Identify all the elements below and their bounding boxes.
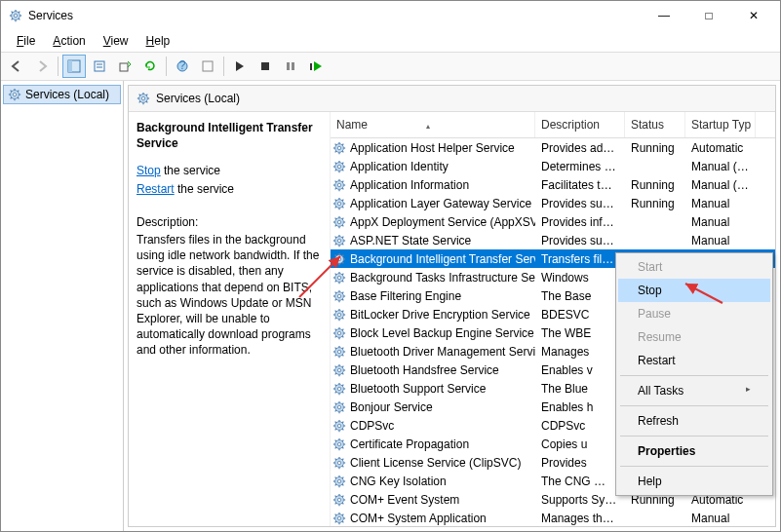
gear-icon (332, 197, 346, 210)
gear-icon (332, 363, 346, 377)
svg-rect-21 (292, 62, 294, 70)
column-description[interactable]: Description (535, 112, 625, 137)
service-row[interactable]: Application Host Helper ServiceProvides … (331, 138, 775, 157)
menu-action[interactable]: Action (45, 32, 93, 50)
refresh-button[interactable] (138, 55, 162, 78)
description-label: Description: (137, 214, 320, 230)
service-startup: Automatic (685, 141, 756, 155)
service-name: Application Identity (350, 160, 449, 173)
service-desc: The Blue (535, 382, 625, 396)
service-desc: Manages th… (535, 512, 625, 525)
forward-button[interactable] (30, 55, 54, 78)
gear-icon (332, 141, 346, 155)
svg-text:?: ? (179, 59, 186, 72)
service-desc: Provides inf… (535, 215, 625, 229)
service-name: Application Information (350, 178, 469, 192)
gear-icon (332, 234, 346, 247)
ctx-restart[interactable]: Restart (618, 349, 770, 372)
ctx-refresh[interactable]: Refresh (618, 409, 770, 433)
service-name: CDPSvc (350, 419, 394, 433)
service-name: Bonjour Service (350, 400, 433, 414)
context-menu: Start Stop Pause Resume Restart All Task… (615, 252, 773, 496)
tree-pane: Services (Local) (1, 81, 124, 531)
gear-icon (332, 326, 346, 340)
service-desc: Provides (535, 456, 625, 470)
stop-button[interactable] (254, 55, 277, 78)
menu-view[interactable]: View (96, 32, 137, 50)
service-desc: The WBE (535, 326, 625, 340)
service-name: Application Layer Gateway Service (350, 197, 531, 210)
service-name: Background Tasks Infrastructure Service (350, 271, 535, 285)
ctx-stop[interactable]: Stop (618, 279, 770, 302)
ctx-all-tasks[interactable]: All Tasks (618, 379, 770, 402)
app-icon (9, 9, 22, 22)
list-header: Name Description Status Startup Typ (331, 112, 775, 138)
service-desc: BDESVC (535, 308, 625, 322)
ctx-pause: Pause (618, 302, 770, 325)
service-name: Base Filtering Engine (350, 289, 461, 303)
restart-link[interactable]: Restart (137, 182, 175, 196)
service-startup: Manual (685, 197, 756, 210)
detail-pane: Background Intelligent Transfer Service … (129, 112, 331, 526)
service-status: Running (625, 197, 685, 210)
maximize-button[interactable]: □ (686, 1, 731, 30)
menu-file[interactable]: File (9, 32, 43, 50)
service-desc: Enables v (535, 363, 625, 377)
back-button[interactable] (5, 55, 28, 78)
service-name: Client License Service (ClipSVC) (350, 456, 521, 470)
description-text: Transfers files in the background using … (137, 232, 320, 359)
service-name: COM+ Event System (350, 493, 459, 507)
service-name: Application Host Helper Service (350, 141, 515, 155)
service-desc: Provides ad… (535, 141, 625, 155)
svg-rect-18 (203, 61, 213, 71)
svg-rect-11 (68, 60, 72, 72)
pause-button[interactable] (279, 55, 302, 78)
service-row[interactable]: Application InformationFacilitates t…Run… (331, 175, 775, 194)
play-button[interactable] (228, 55, 252, 78)
service-startup: Manual (Tr… (685, 160, 756, 173)
column-startup[interactable]: Startup Typ (685, 112, 756, 137)
properties-button[interactable] (88, 55, 111, 78)
service-row[interactable]: COM+ System ApplicationManages th…Manual (331, 509, 775, 525)
close-button[interactable]: ✕ (731, 1, 776, 30)
restart-button[interactable] (304, 55, 328, 78)
gear-icon (332, 160, 346, 173)
minimize-button[interactable]: — (642, 1, 686, 30)
ctx-properties[interactable]: Properties (618, 439, 770, 463)
svg-rect-22 (310, 63, 312, 70)
svg-rect-12 (95, 61, 104, 71)
service-desc: Determines … (535, 160, 625, 173)
gear-icon (332, 308, 346, 322)
gear-icon (332, 419, 346, 433)
menu-help[interactable]: Help (138, 32, 178, 50)
action-button[interactable] (196, 55, 219, 78)
service-row[interactable]: Application Layer Gateway ServiceProvide… (331, 194, 775, 212)
column-status[interactable]: Status (625, 112, 685, 137)
service-desc: The CNG … (535, 475, 625, 488)
service-desc: Manages (535, 345, 625, 359)
service-row[interactable]: AppX Deployment Service (AppXSVC)Provide… (331, 212, 775, 231)
column-name[interactable]: Name (331, 112, 535, 137)
ctx-help[interactable]: Help (618, 470, 770, 493)
service-desc: Provides su… (535, 234, 625, 247)
tree-root-item[interactable]: Services (Local) (3, 85, 121, 104)
service-name: Certificate Propagation (350, 437, 469, 451)
gear-icon (332, 345, 346, 359)
service-status: Running (625, 141, 685, 155)
stop-link[interactable]: Stop (137, 164, 161, 177)
export-button[interactable] (113, 55, 137, 78)
service-startup: Manual (Tr… (685, 178, 756, 192)
gear-icon (137, 92, 150, 105)
service-startup: Manual (685, 215, 756, 229)
service-row[interactable]: Application IdentityDetermines …Manual (… (331, 157, 775, 175)
gear-icon (332, 178, 346, 192)
gear-icon (332, 289, 346, 303)
show-hide-tree-button[interactable] (62, 55, 86, 78)
service-desc: The Base (535, 289, 625, 303)
svg-rect-15 (120, 63, 128, 71)
gear-icon (332, 382, 346, 396)
service-row[interactable]: ASP.NET State ServiceProvides su…Manual (331, 231, 775, 249)
service-desc: Supports Sy… (535, 493, 625, 507)
help-button[interactable]: ? (171, 55, 194, 78)
gear-icon (332, 252, 346, 266)
